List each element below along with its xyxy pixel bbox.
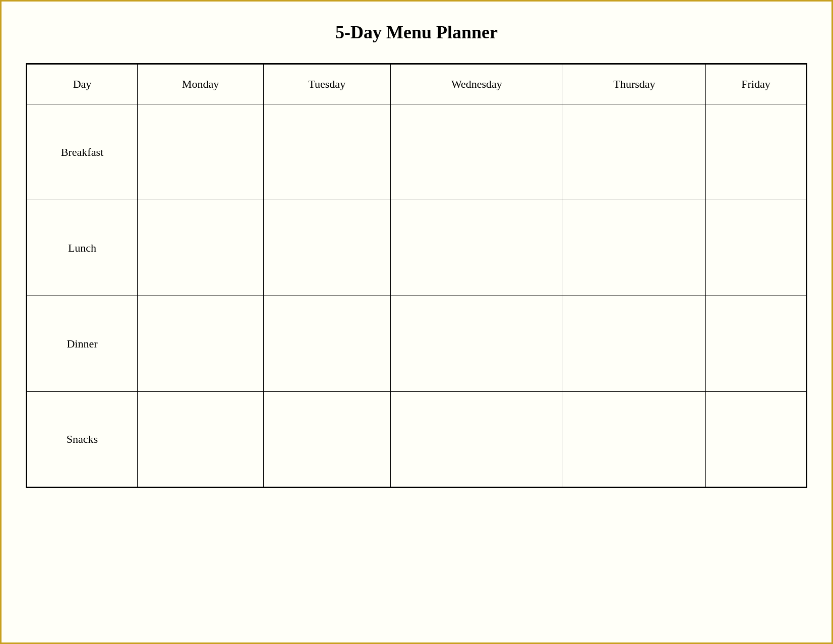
meal-cell[interactable] bbox=[563, 104, 706, 200]
meal-cell[interactable] bbox=[705, 104, 806, 200]
meal-cell[interactable] bbox=[264, 200, 390, 296]
meal-cell[interactable] bbox=[563, 200, 706, 296]
meal-cell[interactable] bbox=[138, 200, 264, 296]
meal-cell[interactable] bbox=[264, 392, 390, 488]
meal-cell[interactable] bbox=[390, 104, 563, 200]
day-header-tuesday: Tuesday bbox=[264, 64, 390, 104]
meal-label-lunch: Lunch bbox=[27, 200, 138, 296]
menu-planner-table: DayMondayTuesdayWednesdayThursdayFriday … bbox=[26, 63, 807, 488]
meal-cell[interactable] bbox=[138, 296, 264, 392]
meal-cell[interactable] bbox=[390, 296, 563, 392]
meal-cell[interactable] bbox=[138, 392, 264, 488]
day-header: Day bbox=[27, 64, 138, 104]
meal-row-breakfast: Breakfast bbox=[27, 104, 807, 200]
day-header-thursday: Thursday bbox=[563, 64, 706, 104]
meal-cell[interactable] bbox=[563, 392, 706, 488]
meal-cell[interactable] bbox=[264, 296, 390, 392]
meal-label-dinner: Dinner bbox=[27, 296, 138, 392]
meal-label-snacks: Snacks bbox=[27, 392, 138, 488]
meal-cell[interactable] bbox=[390, 200, 563, 296]
day-header-monday: Monday bbox=[138, 64, 264, 104]
day-header-wednesday: Wednesday bbox=[390, 64, 563, 104]
meal-cell[interactable] bbox=[705, 296, 806, 392]
meal-row-snacks: Snacks bbox=[27, 392, 807, 488]
header-row: DayMondayTuesdayWednesdayThursdayFriday bbox=[27, 64, 807, 104]
meal-cell[interactable] bbox=[705, 200, 806, 296]
day-header-friday: Friday bbox=[705, 64, 806, 104]
meal-row-lunch: Lunch bbox=[27, 200, 807, 296]
meal-cell[interactable] bbox=[264, 104, 390, 200]
meal-cell[interactable] bbox=[390, 392, 563, 488]
meal-label-breakfast: Breakfast bbox=[27, 104, 138, 200]
meal-row-dinner: Dinner bbox=[27, 296, 807, 392]
meal-cell[interactable] bbox=[563, 296, 706, 392]
meal-cell[interactable] bbox=[705, 392, 806, 488]
meal-cell[interactable] bbox=[138, 104, 264, 200]
page-title: 5-Day Menu Planner bbox=[335, 22, 498, 43]
